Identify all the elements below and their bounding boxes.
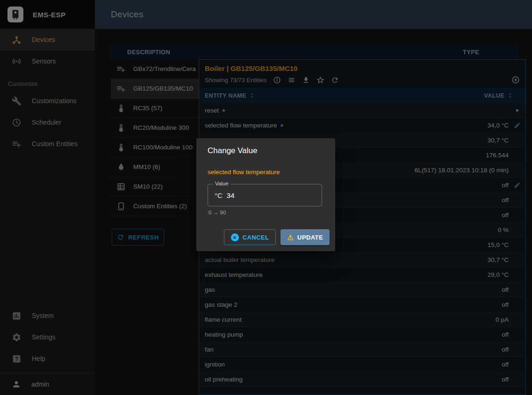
update-button[interactable]: ⚠ UPDATE xyxy=(280,229,330,245)
value-range-helper: 0 → 90 xyxy=(208,210,324,215)
cancel-button-label: CANCEL xyxy=(243,234,269,241)
value-input-label: Value xyxy=(213,181,231,186)
cancel-circle-icon: × xyxy=(231,233,239,241)
value-input-text: 34 xyxy=(227,191,235,199)
warning-icon: ⚠ xyxy=(287,234,294,241)
modal-entity-label: selected flow temperature xyxy=(208,169,324,176)
modal-title: Change Value xyxy=(196,138,335,160)
value-unit: °C xyxy=(215,191,223,199)
cancel-button[interactable]: × CANCEL xyxy=(224,229,276,245)
modal-body: selected flow temperature Value °C 34 0 … xyxy=(196,160,335,215)
update-button-label: UPDATE xyxy=(297,234,323,241)
modal-actions: × CANCEL ⚠ UPDATE xyxy=(196,215,335,251)
value-input[interactable]: Value °C 34 xyxy=(208,184,322,206)
change-value-modal: Change Value selected flow temperature V… xyxy=(196,138,335,251)
